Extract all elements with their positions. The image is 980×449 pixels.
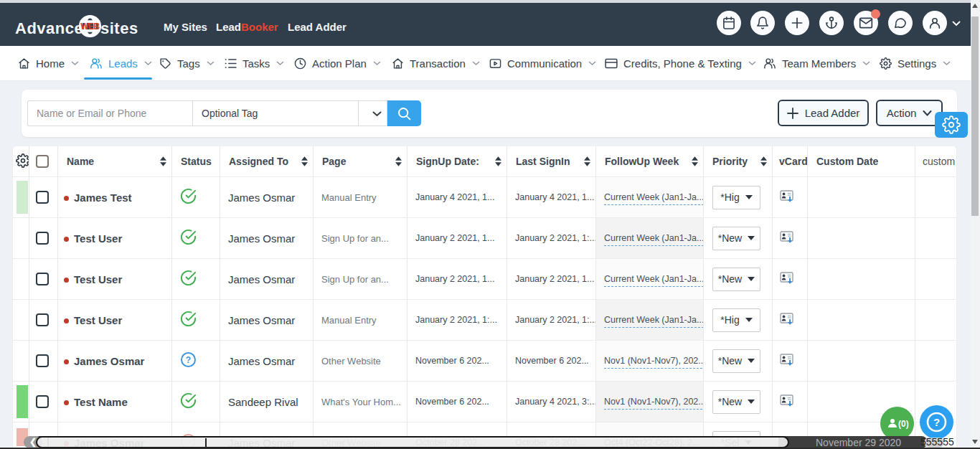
svg-text:?: ? <box>933 416 940 428</box>
svg-text:?: ? <box>186 355 191 365</box>
